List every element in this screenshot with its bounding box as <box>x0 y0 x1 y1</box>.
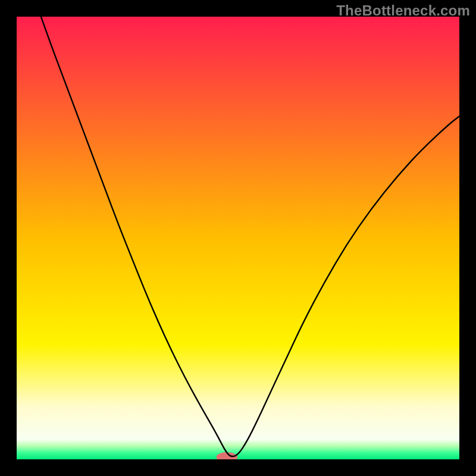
plot-area <box>17 17 459 459</box>
gradient-background <box>17 17 459 459</box>
chart-svg <box>17 17 459 459</box>
chart-frame: TheBottleneck.com <box>0 0 476 476</box>
